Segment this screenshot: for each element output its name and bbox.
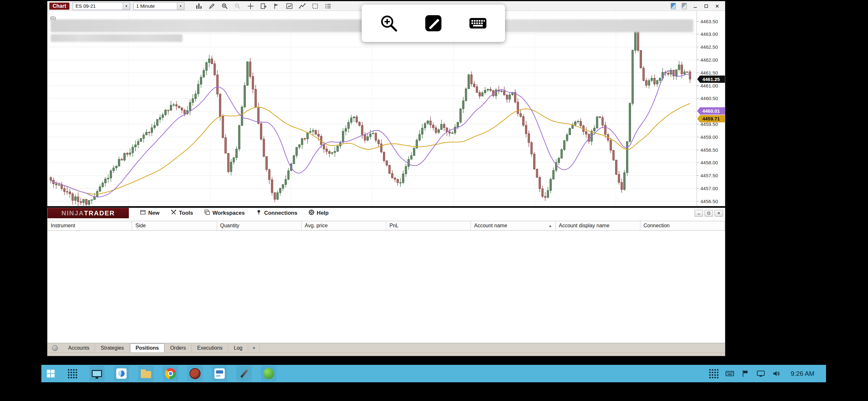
- last-price-badge: 4461.25: [697, 75, 725, 83]
- trend-line-icon[interactable]: [298, 2, 306, 10]
- monitor-icon: [92, 370, 102, 377]
- interval-select[interactable]: 1 Minute: [133, 2, 184, 10]
- maximize-button[interactable]: [702, 3, 711, 10]
- positions-table-header: InstrumentSideQuantityAvg. pricePnLAccou…: [48, 221, 725, 230]
- tools-menu-icon: [170, 209, 177, 217]
- price-tick: 4458.00: [697, 160, 725, 166]
- price-tick: 4461.50: [697, 70, 725, 75]
- maximize-button[interactable]: [705, 210, 713, 217]
- price-tick: 4458.50: [697, 147, 725, 153]
- file-explorer-app-icon[interactable]: [138, 366, 154, 381]
- new-menu-icon: [140, 209, 146, 217]
- tab-strategies[interactable]: Strategies: [96, 344, 129, 352]
- price-axis[interactable]: 4463.504463.004462.504462.004461.504461.…: [696, 11, 725, 206]
- app-grid-icon[interactable]: [65, 366, 80, 381]
- menu-bar: NewToolsWorkspacesConnectionsHelp: [140, 209, 329, 217]
- price-tick: 4459.00: [697, 134, 725, 140]
- globe-app-icon[interactable]: [187, 366, 203, 381]
- touch-keyboard-icon[interactable]: [725, 369, 734, 378]
- sort-ascending-icon: ▲: [549, 224, 552, 227]
- column-header-avg-price[interactable]: Avg. price: [302, 221, 386, 230]
- bar-type-icon[interactable]: [195, 2, 203, 10]
- remote-app-icon[interactable]: [212, 366, 227, 381]
- taskbar: 9:26 AM: [41, 365, 826, 382]
- clock[interactable]: 9:26 AM: [787, 370, 823, 377]
- column-header-pnl[interactable]: PnL: [386, 221, 471, 230]
- titlebar-gap: [48, 218, 725, 221]
- pen-icon: [240, 369, 248, 378]
- crosshair-icon[interactable]: [246, 2, 255, 10]
- menu-help[interactable]: Help: [308, 209, 329, 217]
- properties-icon[interactable]: [324, 2, 332, 10]
- column-header-connection[interactable]: Connection: [640, 221, 725, 230]
- menu-workspaces[interactable]: Workspaces: [204, 209, 245, 217]
- positions-table-body[interactable]: [48, 230, 725, 343]
- chart-tab-chip[interactable]: Chart: [50, 3, 69, 10]
- display-icon[interactable]: [756, 369, 765, 378]
- tab-log[interactable]: Log: [228, 344, 248, 352]
- help-menu-icon: [308, 209, 314, 217]
- add-tab-button[interactable]: +: [249, 344, 259, 352]
- zoom-out-icon[interactable]: [234, 2, 242, 10]
- green-app-icon[interactable]: [261, 366, 276, 381]
- flag-icon[interactable]: [272, 2, 281, 10]
- chart-toolbar-icons: [195, 2, 332, 10]
- start-button[interactable]: [41, 365, 60, 382]
- ninjatrader-logo: NINJATRADER: [48, 208, 129, 218]
- zoom-in-icon[interactable]: [221, 2, 229, 10]
- column-header-instrument[interactable]: Instrument: [48, 221, 132, 230]
- indicator-icon[interactable]: [285, 2, 293, 10]
- tab-executions[interactable]: Executions: [192, 344, 228, 352]
- connections-menu-icon: [256, 209, 262, 217]
- volume-icon[interactable]: [772, 369, 780, 378]
- close-button[interactable]: [713, 3, 722, 10]
- price-tick: 4457.50: [697, 173, 725, 179]
- tab-accounts[interactable]: Accounts: [63, 344, 95, 352]
- price-tick: 4462.00: [697, 57, 725, 63]
- menu-tools[interactable]: Tools: [170, 209, 193, 217]
- keyboard-tool-icon[interactable]: [466, 11, 490, 35]
- menu-new[interactable]: New: [140, 209, 159, 217]
- price-tick: 4461.00: [697, 83, 725, 89]
- language-flag-icon[interactable]: [741, 369, 749, 378]
- windows-logo-icon: [47, 370, 55, 377]
- chart-window-buttons: [669, 3, 723, 10]
- system-tray: 9:26 AM: [709, 369, 826, 378]
- cut-tool-icon[interactable]: [422, 11, 445, 35]
- minimize-button[interactable]: [691, 3, 700, 10]
- instrument-select[interactable]: ES 09-21: [73, 2, 130, 10]
- region-icon[interactable]: [311, 2, 319, 10]
- column-header-side[interactable]: Side: [132, 221, 217, 230]
- tab-orders[interactable]: Orders: [165, 344, 191, 352]
- control-center-window: NINJATRADER NewToolsWorkspacesConnection…: [47, 208, 725, 356]
- column-header-account-display-name[interactable]: Account display name: [556, 221, 640, 230]
- instrument-link-button[interactable]: [669, 3, 678, 10]
- desktop-screen: Chart ES 09-21 1 Minute (D) 4463.504463.…: [0, 0, 868, 401]
- minimize-button[interactable]: [694, 210, 703, 217]
- connection-status-icon: [52, 345, 58, 351]
- close-button[interactable]: [715, 210, 723, 217]
- export-icon[interactable]: [259, 2, 268, 10]
- draw-icon[interactable]: [208, 2, 216, 10]
- chevron-down-icon: [177, 3, 184, 10]
- zoom-tool-icon[interactable]: [377, 11, 400, 35]
- tray-app-grid-icon[interactable]: [709, 369, 718, 378]
- folder-icon: [141, 371, 151, 378]
- tab-positions[interactable]: Positions: [130, 343, 164, 352]
- blurred-watermark-band-small: [51, 34, 182, 42]
- menu-connections[interactable]: Connections: [256, 209, 298, 217]
- chrome-app-icon[interactable]: [163, 366, 178, 381]
- bottom-tab-bar: AccountsStrategiesPositionsOrdersExecuti…: [48, 343, 725, 352]
- blue-app-icon[interactable]: [114, 366, 129, 381]
- column-header-account-name[interactable]: Account name▲: [471, 221, 555, 230]
- price-tick: 4463.00: [697, 31, 725, 37]
- interval-link-button[interactable]: [680, 3, 689, 10]
- column-header-quantity[interactable]: Quantity: [217, 221, 302, 230]
- this-pc-app-icon[interactable]: [89, 366, 104, 381]
- workspaces-menu-icon: [204, 209, 210, 217]
- control-center-titlebar[interactable]: NINJATRADER NewToolsWorkspacesConnection…: [48, 208, 725, 218]
- price-tick: 4463.50: [697, 19, 725, 24]
- ma-slow-badge: 4459.71: [697, 115, 725, 122]
- status-bar: [48, 352, 725, 356]
- pen-app-icon[interactable]: [237, 366, 252, 381]
